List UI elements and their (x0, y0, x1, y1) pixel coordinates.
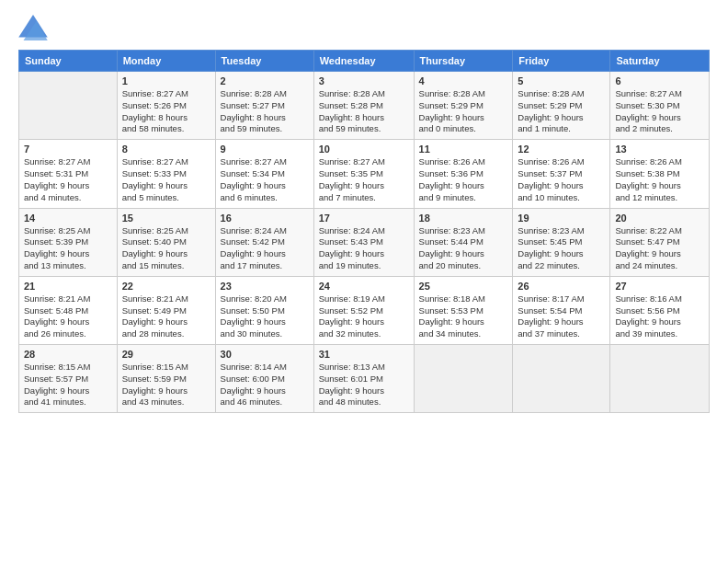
calendar-cell: 24Sunrise: 8:19 AMSunset: 5:52 PMDayligh… (313, 276, 414, 344)
calendar-week-2: 7Sunrise: 8:27 AMSunset: 5:31 PMDaylight… (19, 140, 710, 208)
day-number: 2 (221, 75, 309, 86)
weekday-header-friday: Friday (513, 51, 610, 72)
calendar-cell (610, 345, 710, 413)
calendar-cell (19, 72, 118, 140)
day-number: 24 (319, 281, 409, 292)
day-info: Sunrise: 8:28 AMSunset: 5:28 PMDaylight:… (319, 88, 409, 135)
day-info: Sunrise: 8:14 AMSunset: 6:00 PMDaylight:… (221, 362, 309, 408)
day-info: Sunrise: 8:24 AMSunset: 5:43 PMDaylight:… (319, 225, 409, 272)
day-number: 17 (319, 213, 409, 224)
weekday-header-monday: Monday (117, 51, 215, 72)
calendar-body: 1Sunrise: 8:27 AMSunset: 5:26 PMDaylight… (19, 72, 710, 413)
calendar-cell: 4Sunrise: 8:28 AMSunset: 5:29 PMDaylight… (414, 72, 513, 140)
day-number: 6 (615, 75, 704, 86)
day-number: 25 (419, 281, 508, 292)
day-number: 4 (419, 75, 508, 86)
day-number: 16 (221, 213, 309, 224)
day-info: Sunrise: 8:26 AMSunset: 5:36 PMDaylight:… (419, 156, 508, 203)
calendar-cell: 19Sunrise: 8:23 AMSunset: 5:45 PMDayligh… (513, 208, 610, 276)
day-number: 11 (419, 144, 508, 155)
day-info: Sunrise: 8:13 AMSunset: 6:01 PMDaylight:… (319, 362, 409, 408)
day-number: 18 (419, 213, 508, 224)
day-info: Sunrise: 8:21 AMSunset: 5:48 PMDaylight:… (24, 293, 112, 340)
day-info: Sunrise: 8:22 AMSunset: 5:47 PMDaylight:… (615, 225, 704, 272)
calendar-cell: 17Sunrise: 8:24 AMSunset: 5:43 PMDayligh… (313, 208, 414, 276)
day-number: 22 (122, 281, 210, 292)
day-info: Sunrise: 8:23 AMSunset: 5:45 PMDaylight:… (518, 225, 605, 272)
page-header (18, 15, 710, 40)
day-number: 14 (24, 213, 112, 224)
calendar-cell: 29Sunrise: 8:15 AMSunset: 5:59 PMDayligh… (117, 345, 215, 413)
day-info: Sunrise: 8:24 AMSunset: 5:42 PMDaylight:… (221, 225, 309, 272)
day-info: Sunrise: 8:17 AMSunset: 5:54 PMDaylight:… (518, 293, 605, 340)
day-info: Sunrise: 8:27 AMSunset: 5:26 PMDaylight:… (122, 88, 210, 135)
weekday-header-thursday: Thursday (414, 51, 513, 72)
day-number: 20 (615, 213, 704, 224)
day-number: 7 (24, 144, 112, 155)
calendar-cell: 28Sunrise: 8:15 AMSunset: 5:57 PMDayligh… (19, 345, 118, 413)
day-info: Sunrise: 8:27 AMSunset: 5:35 PMDaylight:… (319, 156, 409, 203)
day-number: 23 (221, 281, 309, 292)
day-number: 8 (122, 144, 210, 155)
day-number: 12 (518, 144, 605, 155)
logo-icon (18, 15, 48, 40)
day-info: Sunrise: 8:21 AMSunset: 5:49 PMDaylight:… (122, 293, 210, 340)
calendar-cell: 16Sunrise: 8:24 AMSunset: 5:42 PMDayligh… (215, 208, 313, 276)
day-number: 1 (122, 75, 210, 86)
calendar-cell: 13Sunrise: 8:26 AMSunset: 5:38 PMDayligh… (610, 140, 710, 208)
day-number: 5 (518, 75, 605, 86)
calendar-table: SundayMondayTuesdayWednesdayThursdayFrid… (18, 50, 710, 413)
calendar-cell: 3Sunrise: 8:28 AMSunset: 5:28 PMDaylight… (313, 72, 414, 140)
day-info: Sunrise: 8:15 AMSunset: 5:57 PMDaylight:… (24, 362, 112, 408)
calendar-cell: 1Sunrise: 8:27 AMSunset: 5:26 PMDaylight… (117, 72, 215, 140)
day-info: Sunrise: 8:19 AMSunset: 5:52 PMDaylight:… (319, 293, 409, 340)
weekday-header-wednesday: Wednesday (313, 51, 414, 72)
day-number: 10 (319, 144, 409, 155)
calendar-cell: 2Sunrise: 8:28 AMSunset: 5:27 PMDaylight… (215, 72, 313, 140)
calendar-week-1: 1Sunrise: 8:27 AMSunset: 5:26 PMDaylight… (19, 72, 710, 140)
day-info: Sunrise: 8:23 AMSunset: 5:44 PMDaylight:… (419, 225, 508, 272)
calendar-cell: 14Sunrise: 8:25 AMSunset: 5:39 PMDayligh… (19, 208, 118, 276)
calendar-week-4: 21Sunrise: 8:21 AMSunset: 5:48 PMDayligh… (19, 276, 710, 344)
day-number: 13 (615, 144, 704, 155)
calendar-cell: 12Sunrise: 8:26 AMSunset: 5:37 PMDayligh… (513, 140, 610, 208)
calendar-cell: 25Sunrise: 8:18 AMSunset: 5:53 PMDayligh… (414, 276, 513, 344)
day-number: 26 (518, 281, 605, 292)
calendar-cell: 7Sunrise: 8:27 AMSunset: 5:31 PMDaylight… (19, 140, 118, 208)
day-number: 27 (615, 281, 704, 292)
day-info: Sunrise: 8:26 AMSunset: 5:38 PMDaylight:… (615, 156, 704, 203)
day-number: 28 (24, 349, 112, 360)
day-info: Sunrise: 8:27 AMSunset: 5:33 PMDaylight:… (122, 156, 210, 203)
calendar-cell: 11Sunrise: 8:26 AMSunset: 5:36 PMDayligh… (414, 140, 513, 208)
calendar-cell: 30Sunrise: 8:14 AMSunset: 6:00 PMDayligh… (215, 345, 313, 413)
day-number: 30 (221, 349, 309, 360)
day-info: Sunrise: 8:28 AMSunset: 5:29 PMDaylight:… (518, 88, 605, 135)
calendar-cell: 18Sunrise: 8:23 AMSunset: 5:44 PMDayligh… (414, 208, 513, 276)
calendar-cell (513, 345, 610, 413)
calendar-cell: 21Sunrise: 8:21 AMSunset: 5:48 PMDayligh… (19, 276, 118, 344)
day-info: Sunrise: 8:15 AMSunset: 5:59 PMDaylight:… (122, 362, 210, 408)
weekday-header-tuesday: Tuesday (215, 51, 313, 72)
day-info: Sunrise: 8:25 AMSunset: 5:40 PMDaylight:… (122, 225, 210, 272)
calendar-week-3: 14Sunrise: 8:25 AMSunset: 5:39 PMDayligh… (19, 208, 710, 276)
calendar-header: SundayMondayTuesdayWednesdayThursdayFrid… (19, 51, 710, 72)
day-number: 9 (221, 144, 309, 155)
calendar-cell: 23Sunrise: 8:20 AMSunset: 5:50 PMDayligh… (215, 276, 313, 344)
day-info: Sunrise: 8:16 AMSunset: 5:56 PMDaylight:… (615, 293, 704, 340)
day-info: Sunrise: 8:28 AMSunset: 5:29 PMDaylight:… (419, 88, 508, 135)
calendar-cell: 20Sunrise: 8:22 AMSunset: 5:47 PMDayligh… (610, 208, 710, 276)
calendar-cell: 27Sunrise: 8:16 AMSunset: 5:56 PMDayligh… (610, 276, 710, 344)
day-number: 3 (319, 75, 409, 86)
day-info: Sunrise: 8:18 AMSunset: 5:53 PMDaylight:… (419, 293, 508, 340)
calendar-cell: 26Sunrise: 8:17 AMSunset: 5:54 PMDayligh… (513, 276, 610, 344)
day-info: Sunrise: 8:26 AMSunset: 5:37 PMDaylight:… (518, 156, 605, 203)
calendar-cell: 8Sunrise: 8:27 AMSunset: 5:33 PMDaylight… (117, 140, 215, 208)
weekday-header-saturday: Saturday (610, 51, 710, 72)
calendar-cell (414, 345, 513, 413)
weekday-header-row: SundayMondayTuesdayWednesdayThursdayFrid… (19, 51, 710, 72)
day-info: Sunrise: 8:27 AMSunset: 5:34 PMDaylight:… (221, 156, 309, 203)
day-info: Sunrise: 8:25 AMSunset: 5:39 PMDaylight:… (24, 225, 112, 272)
calendar-cell: 15Sunrise: 8:25 AMSunset: 5:40 PMDayligh… (117, 208, 215, 276)
day-info: Sunrise: 8:27 AMSunset: 5:30 PMDaylight:… (615, 88, 704, 135)
calendar-cell: 9Sunrise: 8:27 AMSunset: 5:34 PMDaylight… (215, 140, 313, 208)
